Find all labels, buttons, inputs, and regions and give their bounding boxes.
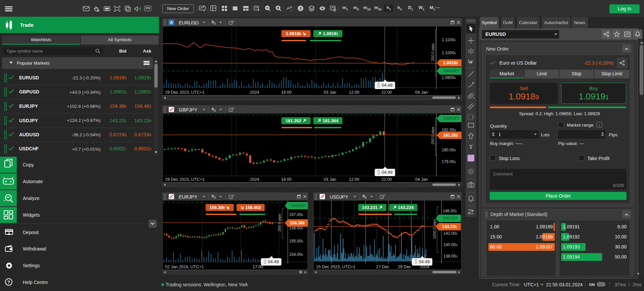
- svg-text:f: f: [300, 6, 302, 11]
- svg-text:%: %: [473, 97, 475, 99]
- svg-text:?: ?: [7, 280, 10, 285]
- svg-text:T: T: [469, 144, 473, 150]
- svg-text:F: F: [472, 116, 474, 119]
